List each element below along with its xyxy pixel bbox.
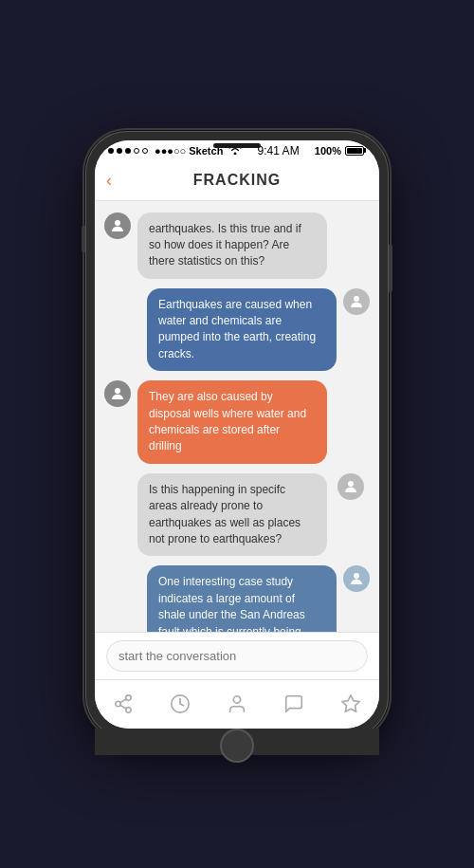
signal-dot-2 — [117, 148, 122, 154]
message-bubble: Earthquakes are caused when water and ch… — [147, 288, 337, 372]
signal-dot-5 — [142, 148, 148, 154]
message-row: They are also caused by disposal wells w… — [104, 380, 370, 464]
avatar — [104, 212, 131, 239]
avatar — [104, 380, 131, 407]
avatar — [343, 565, 370, 592]
message-input[interactable] — [106, 640, 368, 672]
tab-chat[interactable] — [277, 687, 311, 721]
tab-share[interactable] — [106, 687, 140, 721]
message-text: Earthquakes are caused when water and ch… — [158, 298, 316, 360]
svg-point-11 — [233, 696, 240, 703]
message-bubble: One interesting case study indicates a l… — [147, 565, 337, 631]
svg-marker-12 — [342, 695, 359, 711]
message-row: Is this happening in specifc areas alrea… — [104, 473, 370, 557]
svg-point-0 — [115, 220, 120, 226]
message-bubble: Is this happening in specifc areas alrea… — [137, 473, 327, 557]
avatar — [343, 288, 370, 315]
message-bubble: earthquakes. Is this true and if so how … — [137, 212, 327, 279]
phone-screen: ●●●○○ Sketch 9:41 AM 100% — [95, 140, 379, 729]
message-bubble: They are also caused by disposal wells w… — [137, 380, 327, 464]
svg-point-2 — [115, 388, 120, 394]
nav-bar: ‹ FRACKING — [95, 161, 379, 201]
input-bar — [95, 632, 379, 679]
svg-point-3 — [348, 481, 354, 487]
signal-dot-1 — [108, 148, 114, 154]
message-row: Earthquakes are caused when water and ch… — [104, 288, 370, 372]
page-title: FRACKING — [193, 172, 281, 189]
signal-dot-4 — [134, 148, 139, 154]
signal-dot-3 — [125, 148, 131, 154]
battery-icon — [345, 146, 366, 156]
message-text: They are also caused by disposal wells w… — [149, 390, 306, 452]
message-row: One interesting case study indicates a l… — [104, 565, 370, 631]
svg-line-8 — [120, 705, 126, 709]
tab-star[interactable] — [334, 687, 368, 721]
home-button-area — [95, 729, 379, 755]
phone-frame: ●●●○○ Sketch 9:41 AM 100% — [85, 131, 389, 738]
tab-history[interactable] — [163, 687, 197, 721]
status-time: 9:41 AM — [258, 144, 300, 157]
svg-line-9 — [120, 699, 126, 703]
home-button[interactable] — [220, 729, 254, 763]
tab-profile[interactable] — [220, 687, 254, 721]
svg-point-4 — [354, 573, 359, 579]
message-text: earthquakes. Is this true and if so how … — [149, 222, 301, 268]
battery-percent: 100% — [315, 145, 341, 157]
message-text: One interesting case study indicates a l… — [158, 575, 305, 631]
message-row: earthquakes. Is this true and if so how … — [104, 212, 370, 279]
chat-area: earthquakes. Is this true and if so how … — [95, 201, 379, 632]
status-battery: 100% — [315, 145, 366, 157]
tab-bar — [95, 679, 379, 729]
back-button[interactable]: ‹ — [106, 171, 112, 191]
speaker — [213, 143, 261, 148]
svg-point-1 — [354, 296, 359, 302]
message-text: Is this happening in specifc areas alrea… — [149, 483, 301, 545]
avatar — [337, 473, 364, 500]
